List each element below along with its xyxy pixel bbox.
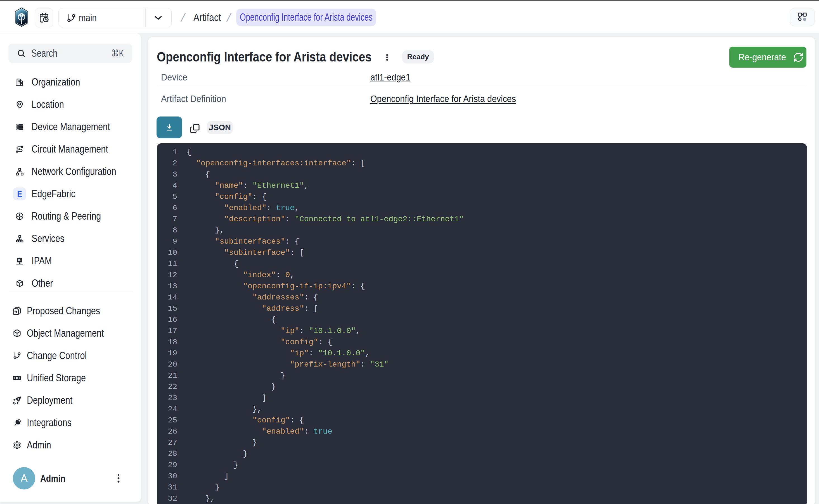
svg-text:IP: IP (18, 258, 21, 262)
